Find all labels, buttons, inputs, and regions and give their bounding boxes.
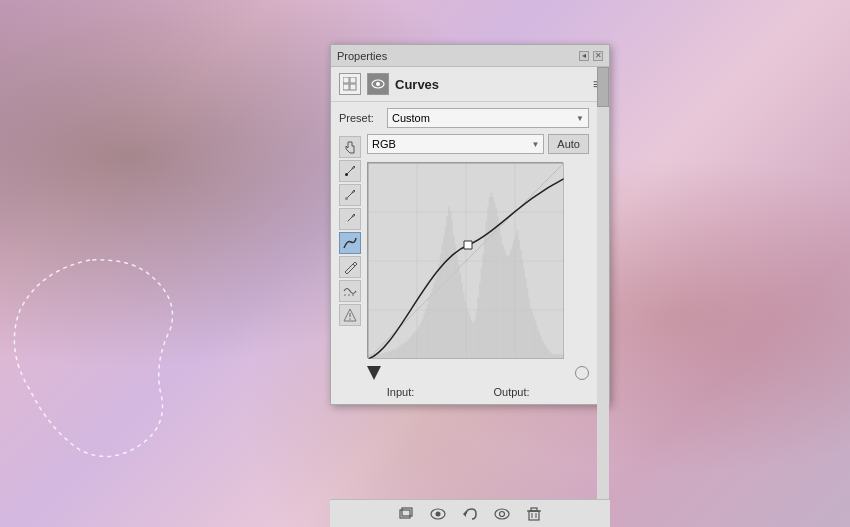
tools-and-main: RGB ▼ Auto Input: O [339, 134, 589, 398]
hand-tool-button[interactable] [339, 136, 361, 158]
layer-icon [398, 506, 414, 522]
svg-rect-0 [343, 77, 349, 83]
svg-point-18 [495, 509, 509, 519]
panel-title: Properties [337, 50, 387, 62]
bottom-toolbar [330, 499, 610, 527]
warning-button[interactable] [339, 304, 361, 326]
auto-button[interactable]: Auto [548, 134, 589, 154]
black-point-slider[interactable] [367, 366, 381, 380]
eye-icon-bottom [494, 506, 510, 522]
layer-eye-icon-box[interactable] [367, 73, 389, 95]
white-point-slider[interactable] [575, 366, 589, 380]
close-button[interactable]: ✕ [593, 51, 603, 61]
pencil-tool-button[interactable] [339, 256, 361, 278]
svg-rect-2 [343, 84, 349, 90]
curves-icon-box [339, 73, 361, 95]
visibility-icon [430, 506, 446, 522]
delete-button[interactable] [524, 504, 544, 524]
sliders-row [367, 366, 589, 380]
svg-point-6 [345, 173, 348, 176]
main-area: RGB ▼ Auto Input: O [367, 134, 589, 398]
eye-button[interactable] [492, 504, 512, 524]
svg-rect-20 [529, 511, 539, 520]
eye-icon [371, 79, 385, 89]
output-label: Output: [494, 386, 530, 398]
svg-point-5 [376, 82, 380, 86]
create-layer-button[interactable] [396, 504, 416, 524]
scrollbar-thumb[interactable] [597, 67, 609, 107]
svg-point-19 [500, 511, 505, 516]
svg-marker-17 [463, 511, 466, 517]
panel-content: Preset: Custom ▼ [331, 102, 597, 404]
svg-point-7 [345, 197, 348, 200]
visibility-button[interactable] [428, 504, 448, 524]
panel-controls: ◂ ✕ [579, 51, 603, 61]
svg-rect-22 [531, 508, 537, 511]
svg-rect-1 [350, 77, 356, 83]
curves-title: Curves [395, 77, 439, 92]
svg-point-8 [345, 221, 348, 224]
properties-panel: Properties ◂ ✕ Curves [330, 44, 610, 405]
input-output-row: Input: Output: [367, 386, 589, 398]
eyedropper-gray-button[interactable] [339, 184, 361, 206]
svg-rect-3 [350, 84, 356, 90]
curve-tool-button[interactable] [339, 232, 361, 254]
trash-icon [526, 506, 542, 522]
channel-row: RGB ▼ Auto [367, 134, 589, 154]
grid-icon [343, 77, 357, 91]
channel-dropdown[interactable]: RGB ▼ [367, 134, 544, 154]
scrollbar-track[interactable] [597, 67, 609, 527]
undo-icon [462, 506, 478, 522]
eyedropper-white-button[interactable] [339, 208, 361, 230]
svg-point-12 [349, 318, 351, 320]
channel-value: RGB [372, 138, 396, 150]
panel-header-left: Curves [339, 73, 439, 95]
preset-row: Preset: Custom ▼ [339, 108, 589, 128]
panel-header: Curves ≡ [331, 67, 609, 102]
collapse-button[interactable]: ◂ [579, 51, 589, 61]
undo-button[interactable] [460, 504, 480, 524]
input-label: Input: [387, 386, 415, 398]
smooth-tool-button[interactable] [339, 280, 361, 302]
preset-value: Custom [392, 112, 430, 124]
curves-canvas[interactable] [367, 162, 563, 358]
curves-canvas-element[interactable] [368, 163, 564, 359]
panel-titlebar: Properties ◂ ✕ [331, 45, 609, 67]
preset-arrow: ▼ [576, 114, 584, 123]
eyedropper-black-button[interactable] [339, 160, 361, 182]
tools-panel [339, 134, 363, 398]
preset-dropdown[interactable]: Custom ▼ [387, 108, 589, 128]
preset-label: Preset: [339, 112, 379, 124]
svg-point-16 [436, 511, 441, 516]
channel-arrow: ▼ [531, 140, 539, 149]
